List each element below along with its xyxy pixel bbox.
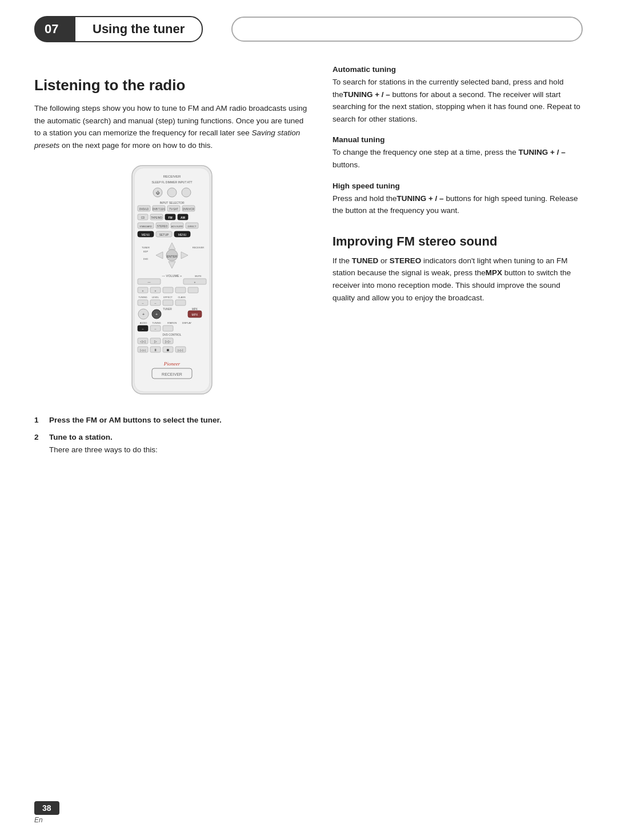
svg-rect-61 (188, 287, 198, 293)
svg-text:MENU: MENU (142, 233, 150, 236)
svg-text:STANDARD: STANDARD (139, 225, 152, 228)
svg-text:TUNING: TUNING (138, 296, 147, 299)
section2-body: If the TUNED or STEREO indicators don't … (332, 255, 583, 304)
left-column: Listening to the radio The following ste… (34, 59, 310, 460)
header-right-pill (231, 17, 583, 42)
svg-text:TAPE/MD: TAPE/MD (151, 216, 162, 219)
svg-rect-88 (163, 325, 173, 331)
svg-text:DIRECT: DIRECT (188, 225, 197, 228)
svg-text:–: – (155, 302, 157, 305)
svg-text:LEVEL: LEVEL (152, 296, 159, 299)
svg-text:DVD: DVD (143, 258, 149, 260)
intro-paragraph: The following steps show you how to tune… (34, 102, 310, 151)
svg-text:RECEIVER: RECEIVER (193, 246, 205, 249)
svg-text:–: – (155, 327, 157, 331)
svg-text:▷: ▷ (154, 340, 157, 343)
page-footer: 38 En (34, 801, 59, 824)
svg-rect-60 (175, 287, 186, 293)
svg-text:—: — (147, 280, 150, 284)
svg-text:|◁◁: |◁◁ (140, 348, 145, 352)
svg-rect-70 (163, 300, 173, 306)
svg-text:+: + (154, 289, 156, 292)
remote-image: RECEIVER SLEEP FL DIMMER INPUT ATT ⏻ INP… (115, 163, 229, 403)
subsection-title-automatic: Automatic tuning (332, 65, 583, 74)
svg-text:AUDIO: AUDIO (140, 321, 147, 324)
svg-rect-59 (163, 287, 173, 293)
svg-text:⏸: ⏸ (154, 348, 157, 352)
svg-text:TUNER: TUNER (142, 246, 150, 249)
svg-text:MUTE: MUTE (195, 275, 202, 278)
svg-text:+: + (155, 312, 158, 316)
svg-text:⏻: ⏻ (155, 191, 159, 195)
page-number: 38 (34, 801, 59, 815)
svg-text:DVD CONTROL: DVD CONTROL (163, 333, 182, 336)
svg-text:ENTER: ENTER (167, 255, 178, 258)
svg-text:CLASS: CLASS (178, 296, 185, 299)
svg-text:TUNER: TUNER (163, 308, 172, 311)
subsection-title-highspeed: High speed tuning (332, 182, 583, 190)
svg-text:STEREO: STEREO (157, 225, 168, 228)
svg-text:RECEIVER: RECEIVER (162, 372, 182, 376)
steps-list: 1 Press the FM or AM buttons to select t… (34, 414, 310, 456)
svg-text:TUNING: TUNING (152, 321, 161, 324)
step-2: 2 Tune to a station. There are three way… (34, 431, 310, 456)
svg-text:◁◁: ◁◁ (140, 340, 146, 343)
chapter-number: 07 (34, 16, 74, 42)
subsection-title-manual: Manual tuning (332, 135, 583, 144)
step-2-number: 2 (34, 431, 45, 456)
svg-text:TV-SAT: TV-SAT (169, 208, 178, 211)
svg-text:DVR/VCR: DVR/VCR (183, 208, 195, 211)
subsection-body-highspeed: Press and hold theTUNING + / – buttons f… (332, 192, 583, 217)
svg-text:ADV.SURR: ADV.SURR (171, 225, 183, 228)
svg-text:⏹: ⏹ (166, 348, 170, 352)
section-title-fm-stereo: Improving FM stereo sound (332, 234, 583, 249)
subsection-highspeed: High speed tuning Press and hold theTUNI… (332, 182, 583, 217)
subsection-automatic: Automatic tuning To search for stations … (332, 65, 583, 125)
svg-text:DVD/LD: DVD/LD (139, 208, 149, 211)
svg-rect-71 (175, 300, 186, 306)
svg-text:STATION: STATION (167, 321, 177, 324)
main-content: Listening to the radio The following ste… (0, 54, 617, 483)
svg-text:EFFECT: EFFECT (163, 296, 173, 299)
svg-text:Pioneer: Pioneer (163, 361, 181, 367)
svg-point-7 (182, 188, 191, 197)
svg-text:RECEIVER: RECEIVER (163, 175, 181, 178)
step-1: 1 Press the FM or AM buttons to select t… (34, 414, 310, 427)
step-1-number: 1 (34, 414, 45, 427)
svg-text:–: – (142, 302, 144, 305)
step-1-text: Press the FM or AM buttons to select the… (49, 414, 222, 427)
svg-text:FM: FM (168, 216, 172, 219)
svg-text:+: + (142, 312, 145, 316)
svg-text:+: + (142, 289, 143, 292)
page-header: 07 Using the tuner (0, 0, 617, 54)
step-2-text: Tune to a station. There are three ways … (49, 431, 158, 456)
page-lang: En (34, 816, 43, 824)
chapter-title: Using the tuner (74, 16, 203, 42)
right-column: Automatic tuning To search for stations … (332, 59, 583, 460)
svg-text:AM: AM (181, 216, 185, 219)
section-title-radio: Listening to the radio (34, 77, 310, 94)
remote-svg: RECEIVER SLEEP FL DIMMER INPUT ATT ⏻ INP… (121, 163, 223, 403)
svg-text:CD: CD (141, 216, 145, 219)
svg-text:SETUP: SETUP (159, 233, 169, 236)
svg-text:–: – (142, 327, 144, 331)
subsection-manual: Manual tuning To change the frequency on… (332, 135, 583, 171)
svg-text:▷▷: ▷▷ (165, 340, 171, 343)
svg-text:+: + (194, 280, 195, 284)
svg-text:— VOLUME +: — VOLUME + (162, 274, 182, 278)
svg-text:MPX: MPX (192, 313, 199, 316)
svg-text:MPX: MPX (192, 308, 198, 311)
svg-text:DISPLAY: DISPLAY (182, 321, 192, 324)
svg-point-6 (167, 188, 177, 197)
svg-text:INPUT SELECTOR: INPUT SELECTOR (159, 201, 185, 204)
subsection-body-automatic: To search for stations in the currently … (332, 76, 583, 125)
svg-text:DVB T.10/1: DVB T.10/1 (153, 208, 166, 211)
svg-text:▷▷|: ▷▷| (178, 348, 183, 352)
svg-text:EDP: EDP (143, 250, 149, 253)
subsection-body-manual: To change the frequency one step at a ti… (332, 146, 583, 171)
svg-text:SLEEP  FL DIMMER  INPUT ATT: SLEEP FL DIMMER INPUT ATT (151, 180, 192, 184)
svg-text:MENU: MENU (178, 233, 187, 236)
